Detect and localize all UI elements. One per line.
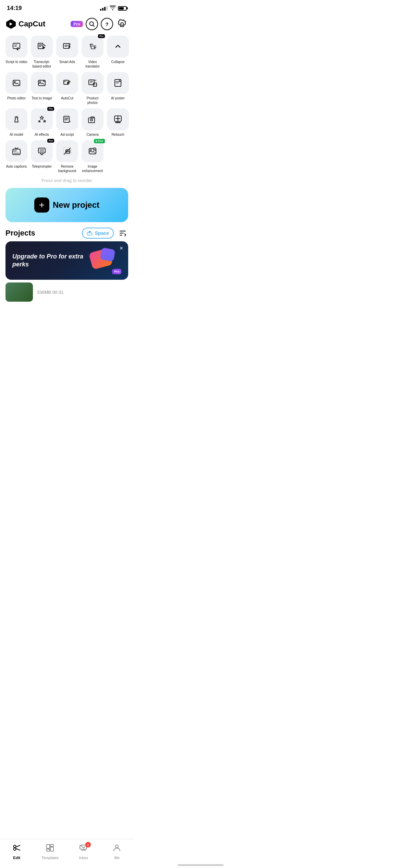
tool-retouch-label: Retouch xyxy=(111,132,124,137)
tool-retouch[interactable]: Retouch xyxy=(107,108,129,137)
space-button-label: Space xyxy=(95,230,109,236)
promo-text: Upgrade to Pro for extra perks xyxy=(12,253,87,269)
tool-teleprompter-label: Teleprompter xyxy=(32,164,52,169)
logo: CapCut xyxy=(5,19,68,29)
new-project-button[interactable]: + New project xyxy=(5,188,128,222)
tool-camera[interactable]: Camera xyxy=(82,108,104,137)
svg-text:AI: AI xyxy=(69,120,71,122)
logo-text: CapCut xyxy=(19,20,45,28)
tool-remove-background-label: Remove background xyxy=(56,164,78,173)
svg-rect-35 xyxy=(38,148,45,153)
free-tag: ●Free xyxy=(94,139,105,143)
svg-text:AI: AI xyxy=(94,79,96,81)
tool-ai-effects-label: AI effects xyxy=(35,132,49,137)
tool-autocut[interactable]: ⚡ AutoCut xyxy=(56,72,78,105)
svg-text:CC: CC xyxy=(13,150,17,152)
svg-rect-2 xyxy=(13,43,20,49)
tool-script-to-video-label: Script to video xyxy=(5,60,27,64)
tool-smart-ads-label: Smart Ads xyxy=(59,60,75,64)
svg-point-21 xyxy=(94,84,95,84)
tool-video-translator[interactable]: Pro AI Video translator xyxy=(82,36,104,69)
tool-remove-background[interactable]: Remove background xyxy=(56,140,78,173)
status-icons xyxy=(100,5,127,11)
tool-collapse[interactable]: Collapse xyxy=(107,36,129,69)
tool-teleprompter[interactable]: Pro Teleprompter xyxy=(31,140,53,173)
tool-text-to-image-label: Text to image xyxy=(32,96,52,100)
svg-point-31 xyxy=(117,118,119,119)
promo-banner: Upgrade to Pro for extra perks Pro × xyxy=(5,241,128,280)
help-button[interactable]: ? xyxy=(101,18,113,30)
tool-auto-captions[interactable]: CC Auto captions xyxy=(5,140,27,173)
tool-ad-script-label: Ad script xyxy=(61,132,74,137)
tool-ai-poster[interactable]: AI AI poster xyxy=(107,72,129,105)
new-project-label: New project xyxy=(53,200,99,210)
status-time: 14:19 xyxy=(7,5,22,12)
svg-text:AI: AI xyxy=(16,117,18,119)
tool-ai-model[interactable]: AI AI model xyxy=(5,108,27,137)
tool-product-photos-label: Product photos xyxy=(82,96,104,105)
svg-line-5 xyxy=(44,45,45,46)
promo-close-button[interactable]: × xyxy=(117,244,125,252)
tool-image-enhancement-label: Image enhancement xyxy=(82,164,104,173)
capcut-logo-icon xyxy=(5,19,16,29)
tool-autocut-label: AutoCut xyxy=(61,96,73,100)
projects-header: Projects Space xyxy=(0,222,134,241)
project-thumbnail xyxy=(5,282,33,302)
tool-camera-label: Camera xyxy=(86,132,99,137)
svg-text:AI: AI xyxy=(92,48,94,50)
tool-smart-ads[interactable]: ✦ Smart Ads xyxy=(56,36,78,69)
svg-text:AI: AI xyxy=(120,80,122,82)
svg-rect-32 xyxy=(115,122,121,123)
battery-icon xyxy=(118,6,127,11)
tool-video-translator-label: Video translator xyxy=(82,60,104,69)
tool-ai-model-label: AI model xyxy=(10,132,23,137)
space-button[interactable]: Space xyxy=(82,228,114,239)
tool-ai-effects[interactable]: Pro AI effects xyxy=(31,108,53,137)
signal-icon xyxy=(100,6,108,11)
tool-product-photos[interactable]: AI Product photos xyxy=(82,72,104,105)
wifi-icon xyxy=(110,5,116,11)
header: CapCut Pro ? xyxy=(0,15,134,33)
status-bar: 14:19 xyxy=(0,0,134,15)
tool-ad-script[interactable]: AI Ad script xyxy=(56,108,78,137)
search-button[interactable] xyxy=(86,18,98,30)
pro-tag-effects: Pro xyxy=(47,107,54,111)
svg-point-29 xyxy=(90,119,93,121)
pro-badge[interactable]: Pro xyxy=(71,21,83,27)
settings-button[interactable] xyxy=(116,18,128,30)
tool-auto-captions-label: Auto captions xyxy=(6,164,27,169)
tool-image-enhancement[interactable]: ●Free HD HD Image enhancement xyxy=(82,140,104,173)
tool-text-to-image[interactable]: ✦ Text to image xyxy=(31,72,53,105)
project-item[interactable]: 336MB 00:31 xyxy=(5,282,128,304)
tool-script-to-video[interactable]: AI Script to video xyxy=(5,36,27,69)
tool-photo-editor-label: Photo editor xyxy=(7,96,26,100)
promo-graphic: Pro xyxy=(87,247,121,274)
cloud-upload-icon xyxy=(87,231,93,236)
tool-ai-poster-label: AI poster xyxy=(111,96,125,100)
pro-tag-teleprompter: Pro xyxy=(47,139,54,143)
plus-icon: + xyxy=(34,197,49,213)
tool-photo-editor[interactable]: Photo editor xyxy=(5,72,27,105)
svg-text:HD: HD xyxy=(93,148,96,150)
pro-tag: Pro xyxy=(98,34,105,38)
tool-collapse-label: Collapse xyxy=(111,60,125,64)
svg-point-1 xyxy=(121,23,123,25)
tool-transcript-editor-label: Transcript-based editor xyxy=(31,60,53,69)
project-info: 336MB 00:31 xyxy=(37,289,128,295)
projects-title: Projects xyxy=(5,229,78,238)
sort-button[interactable] xyxy=(117,228,128,239)
tool-transcript-editor[interactable]: Transcript-based editor xyxy=(31,36,53,69)
reorder-hint: Press and drag to reorder xyxy=(0,176,134,188)
svg-rect-4 xyxy=(38,43,43,49)
tools-grid: AI Script to video Transcript-based edit… xyxy=(0,33,134,176)
svg-text:⚡: ⚡ xyxy=(69,81,71,83)
